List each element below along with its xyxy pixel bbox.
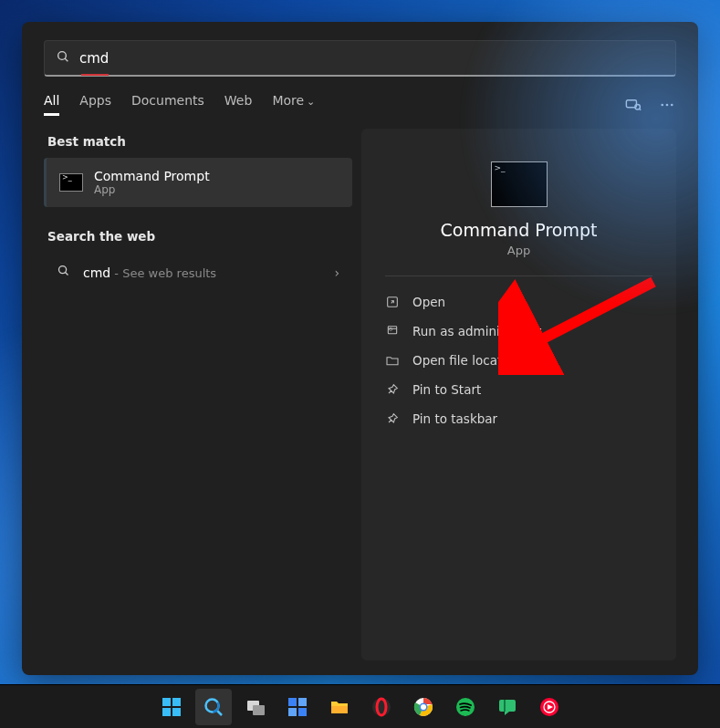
preview-actions: Open Run as administrator Open file loca… [361, 284, 676, 437]
task-view-icon [245, 696, 266, 718]
svg-rect-23 [288, 698, 297, 706]
svg-rect-26 [298, 708, 307, 716]
youtube-music-icon [538, 696, 560, 718]
taskbar-widgets-button[interactable] [279, 689, 316, 725]
quick-search-icon[interactable] [623, 96, 642, 114]
tab-more[interactable]: More⌄ [272, 93, 315, 116]
preview-pane: Command Prompt App Open Run as administr… [361, 129, 676, 660]
command-prompt-icon [491, 161, 548, 207]
best-match-item[interactable]: Command Prompt App [44, 158, 352, 207]
more-options-icon[interactable] [658, 96, 676, 114]
taskbar-start-button[interactable] [153, 689, 190, 725]
search-input[interactable] [79, 50, 664, 67]
svg-rect-17 [172, 708, 181, 716]
tab-apps[interactable]: Apps [79, 93, 111, 116]
taskbar-chat-button[interactable] [489, 689, 526, 725]
action-open-file-location[interactable]: Open file location [370, 346, 667, 375]
svg-point-7 [671, 103, 673, 106]
svg-rect-14 [162, 698, 171, 706]
svg-rect-35 [504, 700, 506, 712]
filter-tabs: All Apps Documents Web More⌄ [44, 93, 603, 116]
svg-point-0 [58, 51, 67, 59]
best-match-label: Best match [44, 129, 352, 158]
svg-rect-24 [298, 698, 307, 706]
folder-icon [385, 353, 400, 368]
svg-point-32 [421, 704, 426, 710]
search-box[interactable] [44, 40, 676, 77]
action-pin-to-taskbar[interactable]: Pin to taskbar [370, 404, 667, 433]
chat-icon [496, 696, 518, 718]
action-open[interactable]: Open [370, 287, 667, 317]
opera-icon [370, 696, 392, 718]
search-icon [56, 49, 70, 68]
taskbar-spotify-button[interactable] [447, 689, 484, 725]
svg-rect-34 [499, 700, 516, 712]
start-search-panel: All Apps Documents Web More⌄ Best match … [22, 22, 698, 675]
tab-all[interactable]: All [44, 93, 59, 116]
svg-rect-27 [331, 706, 348, 713]
results-column: Best match Command Prompt App Search the… [44, 129, 352, 660]
taskbar-task-view-button[interactable] [237, 689, 274, 725]
open-icon [385, 295, 400, 309]
preview-title: Command Prompt [361, 220, 676, 240]
best-match-title: Command Prompt [94, 169, 210, 183]
best-match-subtitle: App [94, 183, 210, 196]
web-query: cmd [83, 265, 110, 280]
action-pin-to-start[interactable]: Pin to Start [370, 375, 667, 404]
svg-rect-25 [288, 708, 297, 716]
svg-point-28 [372, 698, 391, 716]
svg-point-3 [634, 105, 640, 110]
web-search-item[interactable]: cmd - See web results › [44, 253, 352, 292]
taskbar-chrome-button[interactable] [405, 689, 442, 725]
svg-rect-15 [172, 698, 181, 706]
svg-point-6 [666, 103, 669, 106]
taskbar-opera-button[interactable] [363, 689, 400, 725]
web-hint: - See web results [110, 266, 216, 280]
svg-point-5 [661, 103, 663, 106]
taskbar-search-button[interactable] [195, 689, 232, 725]
admin-shield-icon [385, 324, 400, 338]
chevron-down-icon: ⌄ [307, 96, 315, 108]
search-icon [57, 264, 70, 281]
svg-rect-2 [626, 100, 636, 108]
search-icon [203, 696, 224, 718]
svg-rect-16 [162, 708, 171, 716]
svg-line-1 [65, 58, 68, 61]
chevron-right-icon: › [334, 265, 339, 280]
command-prompt-icon [59, 173, 83, 192]
widgets-icon [287, 696, 308, 718]
svg-point-8 [59, 266, 67, 274]
filter-tabs-row: All Apps Documents Web More⌄ [44, 93, 676, 116]
file-explorer-icon [329, 696, 350, 718]
svg-rect-22 [253, 705, 265, 715]
pin-icon [385, 411, 400, 426]
tab-documents[interactable]: Documents [131, 93, 204, 116]
svg-line-9 [66, 273, 68, 276]
taskbar-youtube-music-button[interactable] [531, 689, 568, 725]
tab-web[interactable]: Web [224, 93, 253, 116]
search-web-label: Search the web [44, 224, 352, 253]
windows-start-icon [161, 696, 183, 718]
pin-icon [385, 382, 400, 397]
taskbar [0, 684, 720, 728]
preview-subtitle: App [361, 244, 676, 257]
divider [385, 276, 652, 276]
svg-line-4 [639, 109, 641, 110]
taskbar-file-explorer-button[interactable] [321, 689, 358, 725]
action-run-as-administrator[interactable]: Run as administrator [370, 317, 667, 346]
spotify-icon [454, 696, 476, 718]
chrome-icon [412, 696, 434, 718]
